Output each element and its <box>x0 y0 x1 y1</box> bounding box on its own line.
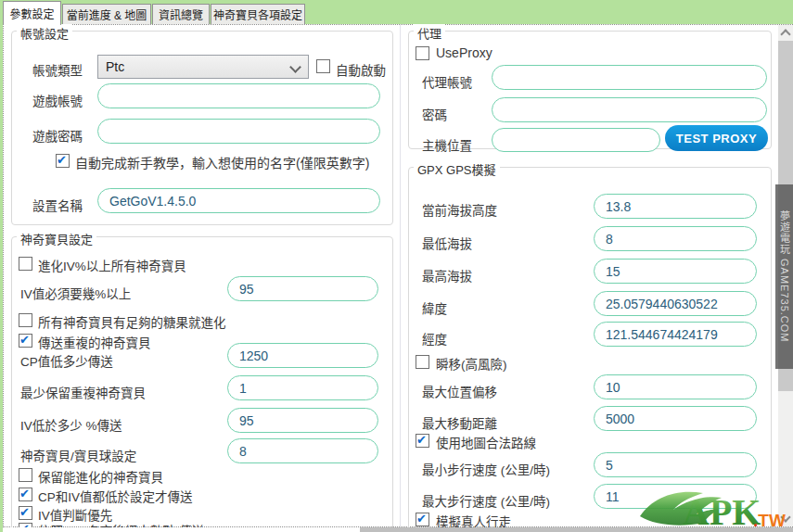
flame-logo-icon: APK .TW <box>638 485 793 531</box>
game-password-label: 遊戲密碼 <box>32 126 83 145</box>
longitude-label: 經度 <box>422 329 447 348</box>
account-type-label: 帳號類型 <box>32 60 83 79</box>
pokeball-ratio-input[interactable] <box>227 438 378 463</box>
max-offset-label: 最大位置偏移 <box>422 382 497 400</box>
min-speed-label: 最小步行速度 (公里/時) <box>422 460 550 478</box>
keep-evolvable-checkbox[interactable] <box>19 468 32 482</box>
proxy-group-title: 代理 <box>414 24 445 42</box>
use-proxy-checkbox[interactable] <box>416 46 429 60</box>
game-account-input[interactable] <box>97 83 380 108</box>
altitude-label: 當前海拔高度 <box>422 200 497 219</box>
game-password-input[interactable] <box>97 119 380 144</box>
chevron-up-icon <box>780 29 790 39</box>
proxy-account-label: 代理帳號 <box>422 72 472 91</box>
iv-min-input[interactable] <box>227 276 378 301</box>
tab-info-overview[interactable]: 資訊總覽 <box>152 4 210 24</box>
candy-evolve-label: 所有神奇寶貝有足夠的糖果就進化 <box>38 312 226 331</box>
evolve-all-label: 進化IV%以上所有神奇寶貝 <box>38 256 186 274</box>
teleport-label: 瞬移(高風險) <box>436 354 507 373</box>
account-type-value: Ptc <box>106 59 124 74</box>
max-distance-input[interactable] <box>594 406 757 431</box>
tab-label: 資訊總覽 <box>159 6 203 22</box>
game-account-label: 遊戲帳號 <box>32 91 83 109</box>
logo-tw-text: .TW <box>753 511 786 530</box>
pokeball-ratio-label: 神奇寶貝/寶貝球設定 <box>20 446 136 464</box>
tab-label: 當前進度 & 地圖 <box>67 6 147 22</box>
proxy-password-input[interactable] <box>492 97 767 122</box>
max-altitude-label: 最高海拔 <box>422 266 472 285</box>
proxy-password-label: 密碼 <box>422 105 447 123</box>
evolve-all-checkbox[interactable] <box>19 257 32 271</box>
host-label: 主機位置 <box>422 135 472 154</box>
latitude-label: 緯度 <box>422 298 447 317</box>
iv-low-label: IV低於多少 %傳送 <box>20 415 122 434</box>
cp-low-input[interactable] <box>227 343 378 368</box>
transfer-duplicate-checkbox[interactable] <box>19 334 32 348</box>
longitude-input[interactable] <box>594 322 757 347</box>
logo-apk-text: APK <box>683 491 761 531</box>
max-offset-input[interactable] <box>594 374 757 399</box>
account-settings-group-title: 帳號設定 <box>17 24 72 42</box>
candy-evolve-checkbox[interactable] <box>19 313 32 327</box>
host-input[interactable] <box>492 128 660 152</box>
auto-tutorial-label: 自動完成新手教學，輸入想使用的名字(僅限英數字) <box>75 153 369 171</box>
min-altitude-input[interactable] <box>594 226 757 251</box>
tab-label: 參數設定 <box>9 6 54 21</box>
test-proxy-button[interactable]: TEST PROXY <box>665 125 768 151</box>
tab-pokemon-settings[interactable]: 神奇寶貝各項設定 <box>211 4 305 24</box>
keep-duplicate-input[interactable] <box>227 375 378 400</box>
gps-group-title: GPX GPS模擬 <box>414 160 500 178</box>
iv-priority-checkbox[interactable] <box>19 506 32 520</box>
tab-parameter-settings[interactable]: 參數設定 <box>3 1 61 25</box>
apk-tw-logo: APK .TW <box>638 485 793 531</box>
latitude-input[interactable] <box>594 291 757 316</box>
pokemon-settings-group-title: 神奇寶貝設定 <box>17 230 96 247</box>
config-name-input[interactable] <box>97 188 380 213</box>
max-altitude-input[interactable] <box>594 259 757 284</box>
logo-tw: TW <box>758 511 786 530</box>
cp-and-iv-label: CP和IV值都低於設定才傳送 <box>38 487 193 505</box>
max-distance-label: 最大移動距離 <box>422 413 497 432</box>
cp-low-label: CP值低多少傳送 <box>20 351 113 370</box>
auto-start-label: 自動啟動 <box>336 60 386 79</box>
human-walk-checkbox[interactable] <box>416 513 429 526</box>
min-altitude-label: 最低海拔 <box>422 234 472 252</box>
altitude-input[interactable] <box>594 194 757 219</box>
legal-route-checkbox[interactable] <box>416 434 429 448</box>
tab-label: 神奇寶貝各項設定 <box>213 6 302 22</box>
tab-progress-map[interactable]: 當前進度 & 地圖 <box>62 4 151 24</box>
scroll-up-button[interactable] <box>778 25 793 41</box>
column-divider <box>400 25 401 526</box>
transfer-duplicate-label: 傳送重複的神奇寶貝 <box>38 333 151 351</box>
iv-min-label: IV值必須要幾%以上 <box>20 284 131 302</box>
account-type-dropdown[interactable]: Ptc <box>97 55 309 79</box>
iv-low-input[interactable] <box>227 408 378 433</box>
use-proxy-label: UseProxy <box>436 45 492 60</box>
keep-duplicate-label: 最少保留重複神奇寶貝 <box>20 383 146 401</box>
auto-start-checkbox[interactable] <box>316 59 330 73</box>
cp-and-iv-checkbox[interactable] <box>19 488 32 501</box>
proxy-account-input[interactable] <box>492 65 767 90</box>
side-watermark: 夢遊電玩 GAME735.COM <box>775 184 793 369</box>
min-speed-input[interactable] <box>594 452 757 477</box>
legal-route-label: 使用地圖合法路線 <box>436 433 536 451</box>
max-speed-label: 最大步行速度 (公里/時) <box>422 491 550 510</box>
config-name-label: 設置名稱 <box>32 196 83 214</box>
app-window: { "tabs": { "items": [ {"label": "參數設定",… <box>0 0 793 532</box>
auto-tutorial-checkbox[interactable] <box>56 154 70 168</box>
teleport-checkbox[interactable] <box>416 355 429 369</box>
keep-evolvable-label: 保留能進化的神奇寶貝 <box>38 467 163 486</box>
chevron-down-icon <box>289 61 301 73</box>
